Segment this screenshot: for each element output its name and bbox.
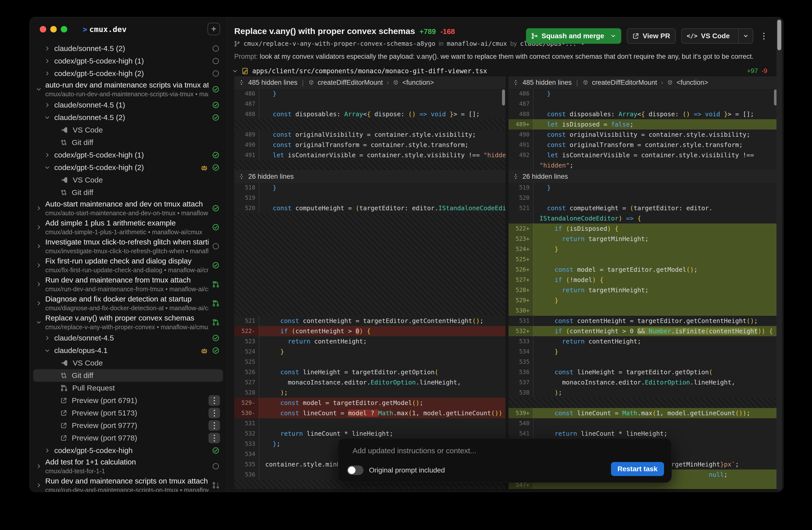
check-circle-icon (212, 86, 219, 93)
vscode-dropdown-button[interactable] (738, 29, 753, 43)
sidebar-item-vs-code[interactable]: VS Code (30, 357, 227, 369)
hidden-lines-expander[interactable]: 26 hidden lines (234, 171, 506, 183)
diff-line: 541 return lineCount * lineHeight; (508, 429, 778, 439)
diff-line: 491 const originalTransform = container.… (508, 140, 778, 150)
pane-scrollbar-thumb[interactable] (502, 89, 505, 105)
line-number: 490 (508, 129, 534, 140)
sidebar-agent-row[interactable]: codex/gpt-5-codex-high (2) (30, 161, 227, 174)
code-text: const contentHeight = targetEditor.getCo… (259, 316, 506, 326)
chevron-down-icon[interactable] (610, 33, 616, 39)
sidebar-agent-row[interactable]: codex/gpt-5-codex-high (1) (30, 149, 227, 161)
diff-line: 528 ); (234, 387, 506, 398)
code-text: } (534, 88, 778, 99)
code-text: const lineHeight = targetEditor.getOptio… (534, 367, 778, 377)
hidden-lines-label: 485 hidden lines (248, 79, 298, 86)
code-text: let isContainerVisible = container.style… (534, 150, 778, 160)
view-pr-button[interactable]: View PR (627, 28, 676, 44)
status-circle-icon (212, 462, 219, 470)
diff-pane-original[interactable]: 485 hidden lines|createDiffEditorMount›<… (234, 76, 506, 489)
kebab-icon (214, 438, 215, 439)
vscode-button[interactable]: </> VS Code (681, 28, 754, 44)
sidebar-task-row[interactable]: auto-run dev and maintenance scripts via… (30, 80, 227, 99)
more-options-button[interactable] (208, 433, 220, 443)
repo-name[interactable]: manaflow-ai/cmux (447, 40, 507, 47)
sidebar-item-vs-code[interactable]: VS Code (30, 124, 227, 136)
sidebar-agent-row[interactable]: claude/sonnet-4.5 (1) (30, 99, 227, 111)
more-options-button[interactable] (208, 420, 220, 431)
sidebar-item-git-diff[interactable]: Git diff (33, 369, 223, 382)
chevron-down-icon[interactable] (232, 68, 238, 74)
line-number: 530- (234, 408, 259, 418)
line-number: 489 (234, 129, 259, 140)
squash-and-merge-button[interactable]: Squash and merge (526, 28, 621, 44)
sidebar-agent-row[interactable]: codex/gpt-5-codex-high (1) (30, 55, 227, 67)
chevron-right-icon (44, 447, 50, 454)
sidebar-item-git-diff[interactable]: Git diff (30, 186, 227, 199)
minimize-window-icon[interactable] (50, 26, 57, 32)
file-row[interactable]: apps/client/src/components/monaco/monaco… (232, 67, 767, 75)
sidebar-item-git-diff[interactable]: Git diff (30, 136, 227, 149)
sidebar-agent-row[interactable]: claude/sonnet-4.5 (2) (30, 111, 227, 124)
sidebar-task-row[interactable]: Add test for 1+1 calculationcmux/add-tes… (30, 457, 227, 476)
instructions-input[interactable]: Add updated instructions or context... (352, 446, 476, 455)
original-prompt-toggle[interactable] (347, 465, 363, 475)
sidebar-item-preview-port-9778-[interactable]: Preview (port 9778) (30, 432, 227, 444)
close-window-icon[interactable] (40, 26, 46, 32)
task-title: Diagnose and fix docker detection at sta… (45, 295, 208, 303)
scrollbar-thumb[interactable] (777, 20, 781, 50)
diff-pane-modified[interactable]: 485 hidden lines|createDiffEditorMount›<… (508, 76, 778, 489)
sidebar-agent-row[interactable]: codex/gpt-5-codex-high (2) (30, 67, 227, 80)
sidebar-agent-row[interactable]: claude/sonnet-4.5 (2) (30, 42, 227, 55)
sidebar-agent-row[interactable]: claude/opus-4.1 (30, 344, 227, 357)
sidebar-task-row[interactable]: Run dev and maintenance from tmux attach… (30, 275, 227, 294)
sidebar-task-row[interactable]: Fix first-run update check and dialog di… (30, 256, 227, 275)
status-icons (212, 45, 219, 52)
task-text: Fix first-run update check and dialog di… (45, 257, 208, 274)
window-scrollbar[interactable] (777, 19, 782, 490)
more-options-button[interactable] (208, 395, 220, 406)
sidebar-item-preview-port-6791-[interactable]: Preview (port 6791) (30, 394, 227, 407)
diff-line: 523 return contentHeight; (234, 336, 506, 346)
more-options-button[interactable] (759, 29, 769, 43)
check-circle-icon (212, 164, 219, 171)
branch-name[interactable]: cmux/replace-v-any-with-proper-convex-sc… (244, 40, 435, 47)
code-text: } (534, 183, 778, 193)
diff-line: 529- const model = targetEditor.getModel… (234, 398, 506, 408)
zoom-window-icon[interactable] (61, 26, 67, 32)
line-number (508, 213, 534, 224)
tool-label: Preview (port 6791) (72, 396, 137, 405)
diff-line: 490 const originalVisibility = container… (508, 129, 778, 140)
hidden-lines-label: 26 hidden lines (248, 173, 294, 181)
sidebar-item-vs-code[interactable]: VS Code (30, 174, 227, 186)
sidebar-task-row[interactable]: Diagnose and fix docker detection at sta… (30, 294, 227, 313)
code-icon: </> (687, 32, 697, 40)
status-icons (212, 334, 219, 342)
task-text: Add test for 1+1 calculationcmux/add-tes… (45, 458, 208, 475)
diff-deletions: -168 (440, 28, 455, 36)
sidebar-agent-row[interactable]: claude/sonnet-4.5 (30, 332, 227, 344)
sidebar-agent-row[interactable]: codex/gpt-5-codex-high (30, 444, 227, 457)
more-options-button[interactable] (208, 408, 220, 418)
hidden-lines-expander[interactable]: 485 hidden lines|createDiffEditorMount›<… (234, 76, 506, 88)
sidebar-task-row[interactable]: Auto-start maintenance and dev on tmux a… (30, 199, 227, 218)
hidden-lines-expander[interactable]: 485 hidden lines|createDiffEditorMount›<… (508, 76, 778, 88)
sidebar-task-row[interactable]: Run dev and maintenance scripts on tmux … (30, 476, 227, 492)
sidebar-item-pull-request[interactable]: Pull Request (30, 382, 227, 394)
task-list[interactable]: claude/sonnet-4.5 (2)codex/gpt-5-codex-h… (30, 42, 227, 492)
status-icons (212, 114, 219, 121)
sidebar-item-preview-port-9777-[interactable]: Preview (port 9777) (30, 419, 227, 432)
hidden-lines-expander[interactable]: 26 hidden lines (508, 171, 778, 183)
sidebar-task-row[interactable]: Add simple 1 plus 1 arithmetic examplecm… (30, 218, 227, 237)
restart-task-button[interactable]: Restart task (611, 462, 664, 476)
new-task-button[interactable]: + (207, 23, 220, 35)
sidebar-task-row[interactable]: Investigate tmux click-to-refresh glitch… (30, 237, 227, 256)
agent-label: codex/gpt-5-codex-high (54, 446, 133, 455)
agent-label: codex/gpt-5-codex-high (2) (54, 163, 144, 172)
line-number: 536 (508, 367, 534, 377)
chevron-right-icon (44, 71, 50, 76)
sidebar-task-row[interactable]: Replace v.any() with proper convex schem… (30, 313, 227, 332)
agent-label: codex/gpt-5-codex-high (1) (54, 57, 144, 65)
diff-line: 486 } (234, 88, 506, 99)
code-text (534, 357, 778, 367)
sidebar-item-preview-port-5173-[interactable]: Preview (port 5173) (30, 407, 227, 419)
